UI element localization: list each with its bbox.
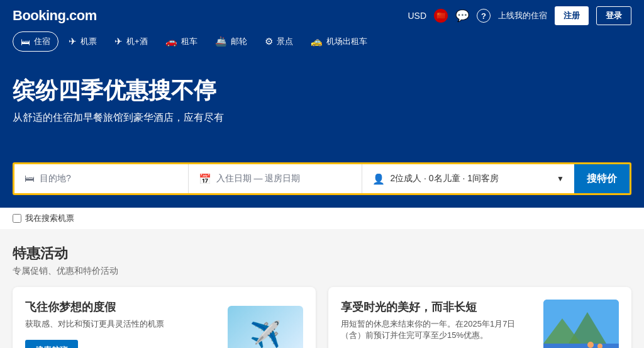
- deal-card-shorttrip: 享受时光的美好，而非长短 用短暂的休息来结束你的一年。在2025年1月7日（含）…: [328, 287, 631, 348]
- beach-svg: [543, 300, 619, 348]
- section-subtitle: 专属促销、优惠和特价活动: [13, 266, 631, 277]
- cruise-icon: 🚢: [215, 36, 227, 47]
- nav-item-attraction[interactable]: ⚙ 景点: [257, 32, 301, 51]
- nav-label-attraction: 景点: [277, 36, 293, 47]
- deal-card-flights: 飞往你梦想的度假 获取感、对比和预订更具灵活性的机票 搜索航班 ✈️: [13, 287, 316, 348]
- list-property-link[interactable]: 上线我的住宿: [498, 10, 547, 21]
- deal-cards-row: 飞往你梦想的度假 获取感、对比和预订更具灵活性的机票 搜索航班 ✈️ 享受时光的…: [13, 287, 631, 348]
- nav-label-flight-hotel: 机+酒: [126, 36, 148, 47]
- deal-card-flights-text: 飞往你梦想的度假 获取感、对比和预订更具灵活性的机票 搜索航班: [25, 300, 221, 348]
- nav-label-airport-car: 机场出租车: [326, 36, 367, 47]
- nav-label-car: 租车: [181, 36, 197, 47]
- header-nav-wrapper: Booking.com USD 🇨🇳 💬 ? 上线我的住宿 注册 登录 🛏 住宿…: [0, 0, 644, 208]
- bed-icon: 🛏: [25, 173, 35, 184]
- search-options: 我在搜索机票: [0, 208, 644, 229]
- hotel-icon: 🛏: [21, 36, 30, 47]
- nav-label-flight: 机票: [80, 36, 97, 47]
- flight-search-checkbox-wrapper[interactable]: 我在搜索机票: [13, 213, 74, 224]
- nav-item-flight[interactable]: ✈ 机票: [61, 32, 104, 51]
- flight-icon: ✈: [69, 36, 77, 47]
- header-right: USD 🇨🇳 💬 ? 上线我的住宿 注册 登录: [408, 6, 631, 25]
- deal-card-flights-title: 飞往你梦想的度假: [25, 300, 221, 315]
- deal-card-shorttrip-desc: 用短暂的休息来结束你的一年。在2025年1月7日（含）前预订并住完可享至少15%…: [341, 318, 537, 341]
- dates-field[interactable]: 📅 入住日期 — 退房日期: [189, 164, 363, 193]
- destination-placeholder: 目的地?: [40, 173, 71, 184]
- top-header: Booking.com USD 🇨🇳 💬 ? 上线我的住宿 注册 登录: [0, 0, 644, 31]
- currency-selector[interactable]: USD: [408, 11, 426, 21]
- guests-value: 2位成人 · 0名儿童 · 1间客房: [390, 173, 552, 184]
- nav-item-cruise[interactable]: 🚢 邮轮: [208, 32, 255, 51]
- deal-card-shorttrip-title: 享受时光的美好，而非长短: [341, 300, 537, 315]
- wechat-icon[interactable]: 💬: [455, 9, 469, 23]
- airport-car-icon: 🚕: [311, 36, 323, 47]
- hero-section: 缤纷四季优惠搜不停 从舒适的住宿加早餐旅馆到豪华酒店，应有尽有: [0, 57, 644, 162]
- deal-card-flights-button[interactable]: 搜索航班: [25, 340, 78, 348]
- search-button[interactable]: 搜特价: [574, 164, 630, 193]
- dates-placeholder: 入住日期 — 退房日期: [216, 173, 301, 184]
- search-section: 🛏 目的地? 📅 入住日期 — 退房日期 👤 2位成人 · 0名儿童 · 1间客…: [0, 162, 644, 208]
- flight-search-checkbox[interactable]: [13, 214, 21, 223]
- login-button[interactable]: 登录: [596, 6, 631, 25]
- svg-rect-3: [543, 344, 619, 348]
- nav-item-flight-hotel[interactable]: ✈ 机+酒: [107, 32, 155, 51]
- person-icon: 👤: [372, 173, 385, 185]
- attraction-icon: ⚙: [265, 36, 273, 47]
- nav-item-airport-car[interactable]: 🚕 机场出租车: [303, 32, 375, 51]
- register-button[interactable]: 注册: [555, 6, 589, 25]
- help-icon[interactable]: ?: [477, 9, 491, 23]
- car-icon: 🚗: [165, 36, 177, 47]
- nav-label-cruise: 邮轮: [231, 36, 247, 47]
- main-nav: 🛏 住宿 ✈ 机票 ✈ 机+酒 🚗 租车 🚢 邮轮 ⚙ 景点 🚕 机场出租车: [0, 31, 644, 57]
- hero-subtitle: 从舒适的住宿加早餐旅馆到豪华酒店，应有尽有: [13, 111, 631, 125]
- deal-card-shorttrip-content: 享受时光的美好，而非长短 用短暂的休息来结束你的一年。在2025年1月7日（含）…: [328, 287, 631, 348]
- nav-item-car[interactable]: 🚗 租车: [158, 32, 205, 51]
- language-flag[interactable]: 🇨🇳: [434, 9, 448, 23]
- nav-label-hotel: 住宿: [34, 36, 50, 47]
- svg-point-5: [587, 342, 594, 348]
- search-bar: 🛏 目的地? 📅 入住日期 — 退房日期 👤 2位成人 · 0名儿童 · 1间客…: [13, 162, 631, 195]
- section-title: 特惠活动: [13, 244, 631, 263]
- flight-hotel-icon: ✈: [114, 36, 123, 47]
- chevron-down-icon: ▼: [557, 174, 564, 183]
- hero-title: 缤纷四季优惠搜不停: [13, 76, 631, 106]
- nav-item-hotel[interactable]: 🛏 住宿: [13, 31, 58, 52]
- deal-card-flights-content: 飞往你梦想的度假 获取感、对比和预订更具灵活性的机票 搜索航班 ✈️: [13, 287, 316, 348]
- header-left: Booking.com: [13, 8, 97, 24]
- flight-search-label: 我在搜索机票: [25, 213, 74, 224]
- main-content: 特惠活动 专属促销、优惠和特价活动 飞往你梦想的度假 获取感、对比和预订更具灵活…: [0, 229, 644, 348]
- deal-card-shorttrip-text: 享受时光的美好，而非长短 用短暂的休息来结束你的一年。在2025年1月7日（含）…: [341, 300, 537, 348]
- calendar-icon: 📅: [199, 173, 211, 185]
- guests-field[interactable]: 👤 2位成人 · 0名儿童 · 1间客房 ▼: [362, 164, 574, 193]
- logo[interactable]: Booking.com: [13, 8, 97, 24]
- destination-field[interactable]: 🛏 目的地?: [14, 164, 189, 193]
- deal-card-flights-desc: 获取感、对比和预订更具灵活性的机票: [25, 318, 221, 330]
- beach-image: [543, 300, 619, 348]
- airplane-image: ✈️: [228, 306, 303, 348]
